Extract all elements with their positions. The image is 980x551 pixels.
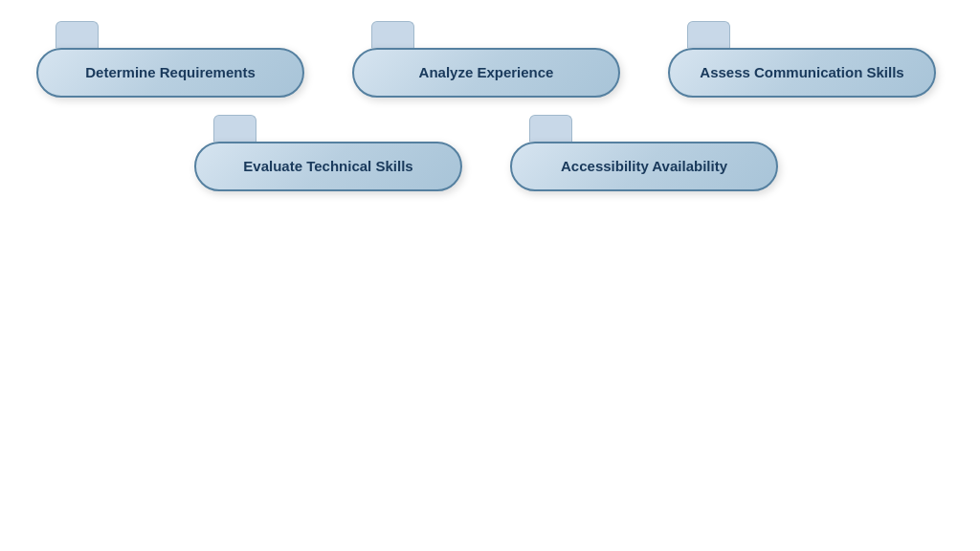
card-pill-analyze[interactable]: Analyze Experience (352, 48, 620, 98)
card-label-determine: Determine Requirements (85, 63, 256, 82)
card-label-accessibility: Accessibility Availability (561, 157, 727, 176)
card-pill-accessibility[interactable]: Accessibility Availability (510, 142, 778, 191)
card-label-evaluate: Evaluate Technical Skills (243, 157, 412, 176)
node-assess[interactable]: Assess Communication Skills (668, 21, 936, 98)
card-stub-evaluate (213, 115, 256, 142)
card-stub-analyze (371, 21, 414, 48)
node-evaluate[interactable]: Evaluate Technical Skills (194, 115, 462, 191)
card-pill-assess[interactable]: Assess Communication Skills (668, 48, 936, 98)
node-determine[interactable]: Determine Requirements (36, 21, 304, 98)
node-accessibility[interactable]: Accessibility Availability (510, 115, 778, 191)
card-pill-evaluate[interactable]: Evaluate Technical Skills (194, 142, 462, 191)
card-stub-determine (56, 21, 99, 48)
card-pill-determine[interactable]: Determine Requirements (36, 48, 304, 98)
card-label-analyze: Analyze Experience (419, 63, 554, 82)
card-stub-assess (687, 21, 730, 48)
node-analyze[interactable]: Analyze Experience (352, 21, 620, 98)
card-stub-accessibility (529, 115, 572, 142)
card-label-assess: Assess Communication Skills (700, 63, 903, 82)
